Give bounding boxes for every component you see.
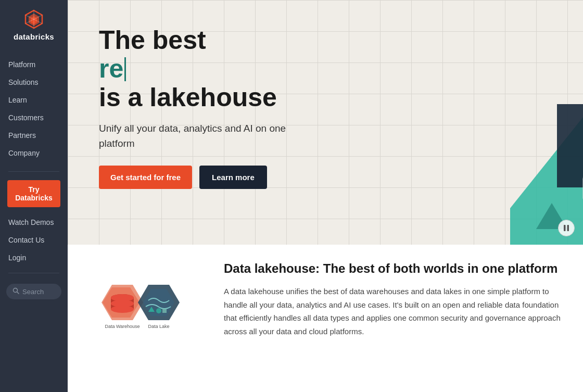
hero-title-bottom: is a lakehouse — [99, 83, 349, 112]
lower-title: Data lakehouse: The best of both worlds … — [224, 260, 567, 276]
hero-section: The best re is a lakehouse Unify all you… — [68, 0, 583, 245]
text-cursor — [124, 57, 126, 81]
svg-line-7 — [17, 292, 19, 294]
contact-us-link[interactable]: Contact Us — [0, 231, 68, 249]
sidebar-item-company[interactable]: Company — [0, 144, 68, 162]
hero-buttons: Get started for free Learn more — [99, 166, 349, 189]
sidebar-item-customers[interactable]: Customers — [0, 109, 68, 127]
databricks-logo-icon — [22, 9, 45, 29]
hero-title-re: re — [99, 55, 349, 83]
lower-section: Data Warehouse Data Lake Data lakehouse:… — [68, 245, 583, 392]
action-links: Watch Demos Contact Us Login — [0, 212, 68, 268]
svg-point-54 — [111, 300, 134, 307]
svg-rect-46 — [564, 225, 566, 231]
search-icon — [12, 287, 19, 296]
get-started-button[interactable]: Get started for free — [99, 166, 192, 189]
lower-text-block: Data lakehouse: The best of both worlds … — [213, 245, 583, 392]
svg-text:Data Warehouse: Data Warehouse — [105, 324, 140, 329]
svg-text:Data Lake: Data Lake — [148, 324, 169, 329]
search-label: Search — [22, 288, 44, 296]
try-databricks-button[interactable]: Try Databricks — [7, 180, 60, 207]
watch-demos-link[interactable]: Watch Demos — [0, 213, 68, 231]
svg-point-59 — [156, 308, 161, 313]
nav-divider — [8, 171, 59, 172]
login-link[interactable]: Login — [0, 249, 68, 267]
pause-button[interactable] — [558, 220, 575, 236]
sidebar-item-platform[interactable]: Platform — [0, 56, 68, 73]
logo-area: databricks — [0, 0, 68, 52]
learn-more-button[interactable]: Learn more — [199, 166, 267, 189]
sidebar-item-solutions[interactable]: Solutions — [0, 73, 68, 91]
hero-subtitle: Unify all your data, analytics and AI on… — [99, 121, 307, 151]
hero-title-top: The best — [99, 26, 349, 55]
svg-rect-9 — [557, 104, 583, 187]
main-content: The best re is a lakehouse Unify all you… — [68, 0, 583, 392]
svg-rect-47 — [567, 225, 569, 231]
sidebar: databricks Platform Solutions Learn Cust… — [0, 0, 68, 392]
sidebar-item-partners[interactable]: Partners — [0, 127, 68, 144]
lakehouse-diagram: Data Warehouse Data Lake — [68, 245, 213, 392]
main-nav: Platform Solutions Learn Customers Partn… — [0, 52, 68, 166]
search-box[interactable]: Search — [6, 284, 61, 299]
svg-rect-60 — [162, 309, 167, 313]
hero-text-block: The best re is a lakehouse Unify all you… — [99, 26, 349, 189]
lower-description: A data lakehouse unifies the best of dat… — [224, 285, 567, 338]
search-divider — [8, 273, 59, 273]
lakehouse-svg: Data Warehouse Data Lake — [83, 280, 198, 358]
logo-text: databricks — [14, 32, 54, 41]
sidebar-item-learn[interactable]: Learn — [0, 91, 68, 109]
